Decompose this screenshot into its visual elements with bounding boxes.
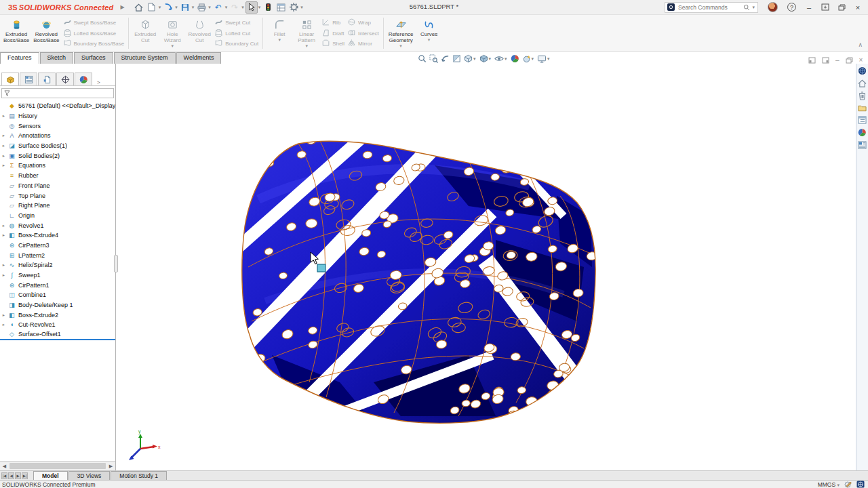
home-icon[interactable]	[858, 79, 867, 89]
expand-arrow-icon[interactable]: ▸	[0, 272, 7, 278]
save-dropdown-icon[interactable]: ▾	[192, 5, 195, 10]
tree-item-solid-bodies-2[interactable]: ▸▣Solid Bodies(2)	[0, 150, 115, 161]
search-dropdown-icon[interactable]: ▾	[752, 5, 755, 10]
tab-features[interactable]: Features	[0, 52, 39, 64]
doc-restore-icon[interactable]	[846, 57, 853, 64]
open-button[interactable]	[162, 1, 174, 14]
hole-wizard-button[interactable]: HoleWizard▾	[159, 16, 186, 51]
expand-arrow-icon[interactable]: ▸	[0, 223, 7, 228]
expand-arrow-icon[interactable]: ▸	[0, 232, 7, 238]
tree-item-sweep1[interactable]: ▸∫Sweep1	[0, 270, 115, 281]
tree-item-body-delete-keep-1[interactable]: ◨Body-Delete/Keep 1	[0, 300, 115, 310]
print-button[interactable]	[195, 1, 208, 14]
options-button[interactable]	[288, 1, 300, 14]
undo-button[interactable]: ↶	[212, 1, 224, 14]
expand-arrow-icon[interactable]: ▸	[0, 262, 7, 268]
dropdown-icon[interactable]: ▾	[305, 43, 308, 48]
apply-scene-button[interactable]: ▾	[521, 54, 536, 63]
new-document-button[interactable]	[146, 1, 158, 14]
dropdown-icon[interactable]: ▾	[428, 37, 431, 42]
help-icon[interactable]: ?	[787, 3, 796, 12]
panel-splitter-handle[interactable]	[114, 255, 118, 272]
view-settings-button[interactable]: ▾	[536, 55, 551, 63]
tab-structure-system[interactable]: Structure System	[114, 52, 176, 64]
tab-model[interactable]: Model	[33, 471, 68, 480]
edit-tag-icon[interactable]	[844, 481, 852, 488]
extruded-boss-base-button[interactable]: ExtrudedBoss/Base	[1, 16, 31, 51]
display-style-button[interactable]: ▾	[479, 54, 493, 63]
scrollbar-thumb[interactable]	[9, 463, 106, 469]
dropdown-icon[interactable]: ▾	[171, 43, 174, 48]
tree-item-cirpattern3[interactable]: ⊛CirPattern3	[0, 241, 115, 251]
tree-item-right-plane[interactable]: ▱Right Plane	[0, 201, 115, 211]
scroll-left-icon[interactable]: ◀	[0, 464, 9, 469]
zoom-to-fit-button[interactable]	[417, 54, 427, 63]
fillet-button[interactable]: Fillet▾	[266, 16, 293, 51]
attach-window-button[interactable]	[818, 1, 833, 14]
pane-right-icon[interactable]	[822, 57, 829, 64]
pane-left-icon[interactable]	[808, 57, 816, 64]
swept-cut-button[interactable]: Swept Cut	[214, 18, 258, 28]
open-dropdown-icon[interactable]: ▾	[175, 5, 178, 10]
panel-tab-propertymanager[interactable]	[20, 73, 37, 85]
expand-arrow-icon[interactable]: ▸	[0, 133, 7, 138]
file-properties-button[interactable]	[275, 1, 287, 14]
curves-button[interactable]: Curves▾	[416, 16, 443, 51]
model-canvas[interactable]	[116, 64, 856, 470]
restore-button[interactable]	[834, 1, 849, 14]
appearance-filter-button[interactable]	[262, 1, 274, 14]
select-button[interactable]	[245, 1, 258, 14]
prev-tab-icon[interactable]: ◀	[8, 472, 14, 479]
search-icon[interactable]	[743, 4, 750, 11]
graphics-viewport[interactable]: y x	[116, 64, 856, 470]
first-tab-icon[interactable]: |◀	[1, 472, 7, 479]
collapse-ribbon-icon[interactable]: ∧	[858, 41, 863, 48]
minimize-button[interactable]: –	[802, 1, 816, 14]
view-orientation-button[interactable]: ▾	[463, 54, 477, 63]
tree-item-history[interactable]: ▸▤History	[0, 111, 115, 121]
tree-item-origin[interactable]: ∟Origin	[0, 211, 115, 221]
panel-tabs-expand-icon[interactable]: >	[97, 79, 100, 85]
panel-tab-featuremanager[interactable]	[1, 73, 19, 85]
tab-sketch[interactable]: Sketch	[40, 52, 74, 64]
mirror-button[interactable]: Mirror	[347, 39, 379, 49]
tab-motion-study-1[interactable]: Motion Study 1	[111, 471, 167, 480]
swept-boss-base-button[interactable]: Swept Boss/Base	[63, 18, 125, 28]
tree-item-cut-revolve1[interactable]: ▸◖Cut-Revolve1	[0, 320, 115, 330]
recycle-bin-icon[interactable]	[859, 92, 866, 102]
menu-flyout-arrow[interactable]: ▶	[121, 4, 125, 10]
scroll-right-icon[interactable]: ▶	[106, 464, 115, 469]
draft-button[interactable]: Draft	[321, 28, 344, 39]
tree-item-surface-offset1[interactable]: ◇Surface-Offset1	[0, 330, 115, 340]
tree-filter[interactable]	[1, 88, 114, 98]
custom-properties-icon[interactable]	[858, 141, 867, 150]
next-tab-icon[interactable]: ▶	[15, 472, 21, 479]
options-dropdown-icon[interactable]: ▾	[300, 5, 303, 10]
tree-filter-input[interactable]	[12, 89, 111, 97]
search-input[interactable]	[677, 3, 741, 12]
search-commands-box[interactable]: ▾	[665, 2, 758, 13]
zoom-to-area-button[interactable]	[429, 54, 439, 63]
tab-3d-views[interactable]: 3D Views	[68, 471, 111, 480]
tab-weldments[interactable]: Weldments	[176, 52, 222, 64]
last-tab-icon[interactable]: ▶|	[22, 472, 28, 479]
tree-item-equations[interactable]: ▸ΣEquations	[0, 161, 115, 171]
tree-item-helix-spiral2[interactable]: ▸∿Helix/Spiral2	[0, 260, 115, 270]
revolved-boss-base-button[interactable]: RevolvedBoss/Base	[31, 16, 61, 51]
home-button[interactable]	[133, 1, 145, 14]
print-dropdown-icon[interactable]: ▾	[208, 5, 211, 10]
section-view-button[interactable]	[452, 54, 462, 63]
design-library-icon[interactable]	[858, 116, 867, 125]
tree-root-item[interactable]: ◆ 56761 (Default) <<Default>_Display Sta…	[0, 101, 115, 111]
doc-minimize-icon[interactable]: –	[835, 56, 840, 64]
expand-arrow-icon[interactable]: ▸	[0, 322, 7, 327]
tree-item-annotations[interactable]: ▸AAnnotations	[0, 131, 115, 141]
tree-item-top-plane[interactable]: ▱Top Plane	[0, 190, 115, 201]
reference-geometry-button[interactable]: ReferenceGeometry▾	[387, 16, 416, 51]
tree-item-lpattern2[interactable]: ⊞LPattern2	[0, 250, 115, 260]
3dexperience-icon[interactable]	[858, 66, 867, 77]
tree-item-revolve1[interactable]: ▸◍Revolve1	[0, 220, 115, 230]
panel-tab-dimxpertmanager[interactable]	[56, 73, 74, 85]
linear-pattern-button[interactable]: LinearPattern▾	[293, 16, 320, 51]
panel-tab-displaymanager[interactable]	[75, 73, 92, 85]
